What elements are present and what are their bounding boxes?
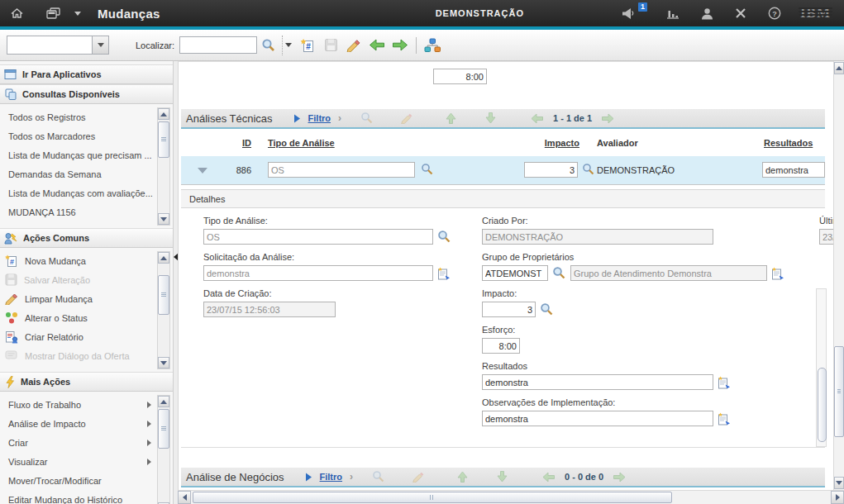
queries-scrollbar[interactable] (157, 107, 170, 226)
new-record-icon[interactable]: # (298, 36, 317, 55)
more-actions-icon (4, 376, 16, 388)
profile-icon[interactable] (701, 7, 713, 20)
applications-menu-icon[interactable] (46, 7, 60, 20)
row-impacto-lookup-icon[interactable] (582, 163, 595, 176)
filter-link[interactable]: Filtro (320, 472, 343, 482)
scroll-up-icon[interactable] (158, 252, 169, 264)
action-criar[interactable]: Criar (0, 433, 173, 452)
column-impacto[interactable]: Impacto (524, 138, 579, 148)
column-resultados[interactable]: Resultados (764, 138, 813, 148)
grupo-lookup-icon[interactable] (552, 266, 566, 280)
scroll-up-icon[interactable] (158, 108, 169, 120)
scroll-thumb[interactable] (193, 492, 672, 503)
business-pager: 0 - 0 de 0 (565, 472, 603, 482)
find-label: Localizar: (136, 40, 174, 50)
details-scrollbar[interactable] (816, 288, 827, 447)
effort-top-field[interactable] (433, 69, 487, 84)
tipo-analise-lookup-icon[interactable] (437, 230, 451, 244)
action-alterar-status[interactable]: Alterar o Status (0, 308, 173, 327)
impacto-input[interactable] (482, 302, 536, 317)
scroll-thumb[interactable] (158, 121, 169, 158)
long-description-icon[interactable] (718, 412, 732, 426)
scroll-down-icon[interactable] (158, 213, 169, 225)
row-tipo-input[interactable] (268, 162, 415, 178)
clear-filter-icon (412, 471, 426, 483)
filter-arrow-icon[interactable] (293, 114, 301, 123)
announcements-icon[interactable]: 1 (622, 7, 637, 20)
clear-changes-icon[interactable] (344, 36, 364, 55)
action-fluxo-de-trabalho[interactable]: Fluxo de Trabalho (0, 395, 173, 414)
ibm-logo: IBM (800, 5, 831, 21)
submenu-arrow-icon (147, 402, 151, 408)
action-analise-de-impacto[interactable]: Análise de Impacto (0, 414, 173, 433)
sidebar-header-common-actions[interactable]: Ações Comuns (0, 228, 173, 248)
filter-link[interactable]: Filtro (308, 113, 331, 123)
query-item[interactable]: Todos os Registros (0, 107, 173, 126)
scroll-down-icon[interactable] (158, 357, 169, 368)
find-input[interactable] (179, 36, 257, 54)
next-record-icon[interactable] (390, 36, 410, 55)
solicitacao-input[interactable] (203, 265, 433, 281)
workflow-icon[interactable] (422, 36, 442, 55)
scroll-thumb[interactable] (158, 275, 169, 315)
sidebar-header-more-actions[interactable]: Mais Ações (0, 372, 173, 392)
long-description-icon[interactable] (771, 267, 785, 280)
tech-table-row[interactable]: 886 DEMONSTRAÇÃO (181, 156, 825, 185)
expand-chevron-icon[interactable]: › (350, 471, 353, 483)
scroll-right-icon[interactable] (831, 491, 844, 504)
applications-menu-caret-icon[interactable] (74, 12, 81, 16)
action-criar-relatorio[interactable]: Criar Relatório (0, 327, 173, 346)
long-description-icon[interactable] (437, 267, 451, 280)
grupo-code-input[interactable] (482, 265, 548, 281)
sidebar-header-go-to-applications[interactable]: Ir Para Aplicativos (0, 64, 173, 84)
row-tipo-lookup-icon[interactable] (421, 163, 434, 176)
action-mover-trocar-modificar[interactable]: Mover/Trocar/Modificar (0, 471, 173, 490)
scroll-up-icon[interactable] (834, 62, 844, 74)
row-resultados-input[interactable] (762, 162, 825, 178)
search-icon[interactable] (259, 36, 279, 55)
scroll-down-icon[interactable] (834, 477, 844, 489)
sidebar-header-available-queries[interactable]: Consultas Disponíveis (0, 84, 173, 104)
scroll-thumb[interactable] (834, 346, 844, 437)
scroll-thumb[interactable] (158, 409, 169, 449)
main-vertical-scrollbar[interactable] (833, 61, 844, 490)
query-combobox-input[interactable] (7, 36, 92, 54)
help-icon[interactable]: ? (768, 7, 781, 20)
scroll-up-icon[interactable] (158, 396, 169, 407)
column-tipo[interactable]: Tipo de Análise (268, 138, 335, 148)
tipo-analise-input[interactable] (203, 229, 433, 245)
query-item[interactable]: Todos os Marcadores (0, 126, 173, 145)
more-actions-scrollbar[interactable] (157, 395, 170, 504)
record-content: Análises Técnicas Filtro › 1 - 1 de 1 ID… (178, 61, 833, 490)
long-description-icon[interactable] (718, 376, 732, 389)
query-item[interactable]: Lista de Mudanças com avaliaçõe... (0, 183, 173, 202)
sidebar-header-label: Ir Para Aplicativos (22, 69, 102, 79)
action-nova-mudanca[interactable]: # Nova Mudança (0, 251, 173, 270)
previous-page-icon (542, 472, 556, 483)
query-combobox-caret-icon[interactable] (92, 36, 108, 54)
logout-icon[interactable] (735, 7, 746, 19)
scroll-left-icon[interactable] (178, 491, 191, 504)
resultados-input[interactable] (482, 374, 713, 390)
observacoes-input[interactable] (482, 411, 713, 426)
common-actions-scrollbar[interactable] (157, 251, 170, 369)
main-horizontal-scrollbar[interactable] (178, 490, 844, 504)
reports-chart-icon[interactable] (666, 7, 679, 19)
action-limpar-mudanca[interactable]: Limpar Mudança (0, 289, 173, 308)
query-item[interactable]: Demandas da Semana (0, 164, 173, 183)
query-combobox[interactable] (7, 36, 109, 55)
search-options-caret-icon[interactable] (282, 36, 294, 55)
column-id[interactable]: ID (206, 138, 251, 148)
query-item[interactable]: MUDANÇA 1156 (0, 202, 173, 221)
home-icon[interactable] (10, 7, 24, 20)
filter-arrow-icon[interactable] (305, 473, 312, 482)
expand-chevron-icon[interactable]: › (338, 112, 341, 124)
scroll-thumb[interactable] (818, 368, 827, 442)
esforco-input[interactable] (482, 338, 520, 354)
action-editar-mudanca-historico[interactable]: Editar Mudança do Histórico (0, 490, 173, 504)
action-visualizar[interactable]: Visualizar (0, 452, 173, 471)
impacto-lookup-icon[interactable] (540, 302, 554, 316)
previous-record-icon[interactable] (367, 36, 387, 55)
row-impacto-input[interactable] (524, 162, 578, 178)
query-item[interactable]: Lista de Mudanças que precisam ... (0, 145, 173, 164)
